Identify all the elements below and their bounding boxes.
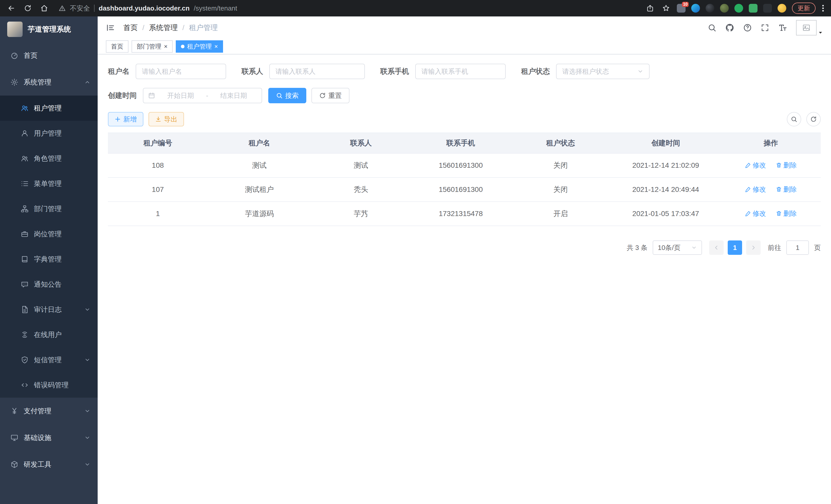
font-size-icon[interactable]: [778, 23, 787, 32]
url-host: dashboard.yudao.iocoder.cn: [99, 4, 190, 12]
fullscreen-icon[interactable]: [761, 23, 769, 32]
sidebar-item-menu[interactable]: 菜单管理: [0, 171, 98, 196]
toggle-search-icon[interactable]: [787, 112, 801, 126]
sidebar-item-user[interactable]: 用户管理: [0, 121, 98, 146]
sidebar-item-audit-log[interactable]: 审计日志: [0, 297, 98, 322]
extension-badge: 10: [682, 2, 689, 7]
next-page-button[interactable]: [746, 240, 761, 255]
page-number-current[interactable]: 1: [728, 240, 742, 255]
sidebar-item-online-users[interactable]: 在线用户: [0, 322, 98, 347]
col-create-time: 创建时间: [610, 133, 721, 153]
signal-icon: [21, 331, 29, 339]
app-title: 芋道管理系统: [28, 24, 71, 34]
col-tenant-name: 租户名: [208, 133, 311, 153]
tenant-name-input[interactable]: [136, 64, 226, 79]
date-start-placeholder: 开始日期: [157, 91, 204, 100]
share-icon[interactable]: [645, 3, 655, 13]
col-contact: 联系人: [311, 133, 411, 153]
sidebar-item-payment[interactable]: 支付管理: [0, 398, 98, 424]
extension-icon-7[interactable]: [763, 4, 772, 12]
tab-label: 租户管理: [187, 42, 212, 51]
reset-button[interactable]: 重置: [311, 88, 349, 103]
cell-tenant-id: 1: [108, 202, 208, 226]
add-button[interactable]: 新增: [108, 112, 143, 126]
table-row: 1 芋道源码 芋艿 17321315478 开启 2021-01-05 17:0…: [108, 202, 821, 226]
screen: 不安全 dashboard.yudao.iocoder.cn /system/t…: [0, 0, 831, 504]
tab-label: 部门管理: [137, 42, 161, 51]
caret-down-icon: [818, 30, 823, 35]
url-separator: [94, 5, 94, 12]
sidebar-item-home[interactable]: 首页: [0, 42, 98, 69]
browser-update-button[interactable]: 更新: [792, 3, 815, 14]
prev-page-button[interactable]: [709, 240, 724, 255]
export-button[interactable]: 导出: [148, 112, 184, 126]
status-select[interactable]: 请选择租户状态: [556, 64, 650, 79]
delete-button[interactable]: 删除: [776, 161, 797, 170]
breadcrumb-item[interactable]: 首页: [123, 23, 138, 33]
contact-input[interactable]: [269, 64, 365, 79]
page-size-select[interactable]: 10条/页: [653, 240, 702, 255]
sidebar-item-tenant[interactable]: 租户管理: [0, 95, 98, 121]
extension-icon-1[interactable]: 10: [677, 4, 686, 12]
sidebar-item-error-code[interactable]: 错误码管理: [0, 373, 98, 398]
delete-button[interactable]: 删除: [776, 185, 797, 194]
sidebar-item-sms[interactable]: 短信管理: [0, 347, 98, 373]
tab-tenant[interactable]: 租户管理 ×: [176, 40, 223, 53]
sidebar-item-notice[interactable]: 通知公告: [0, 272, 98, 297]
sidebar-item-post[interactable]: 岗位管理: [0, 221, 98, 246]
extension-icon-2[interactable]: [691, 4, 700, 12]
cell-create-time: 2021-01-05 17:03:47: [610, 202, 721, 226]
search-icon[interactable]: [708, 23, 716, 32]
browser-back-button[interactable]: [6, 3, 17, 13]
edit-button[interactable]: 修改: [745, 161, 766, 170]
cell-phone: 15601691300: [411, 178, 511, 202]
extension-icon-5[interactable]: [735, 4, 743, 12]
edit-button[interactable]: 修改: [745, 185, 766, 194]
browser-refresh-button[interactable]: [23, 3, 33, 13]
phone-input[interactable]: [415, 64, 506, 79]
breadcrumb-item[interactable]: 系统管理: [149, 23, 178, 33]
sidebar-item-dept[interactable]: 部门管理: [0, 196, 98, 221]
bookmark-star-icon[interactable]: [661, 3, 671, 13]
tab-home[interactable]: 首页: [106, 40, 128, 53]
sidebar-item-dev-tools[interactable]: 研发工具: [0, 451, 98, 478]
sidebar-item-label: 租户管理: [34, 103, 62, 113]
github-icon[interactable]: [725, 23, 735, 32]
sidebar-item-label: 在线用户: [34, 330, 62, 339]
help-icon[interactable]: [743, 23, 752, 32]
sidebar-item-label: 系统管理: [24, 78, 51, 87]
browser-menu-icon[interactable]: [821, 5, 825, 11]
date-range-separator: -: [206, 92, 208, 100]
extension-icon-4[interactable]: [720, 4, 729, 12]
tenant-name-label: 租户名: [108, 66, 130, 76]
app-logo[interactable]: 芋道管理系统: [0, 17, 98, 42]
extension-icon-8[interactable]: [778, 4, 786, 12]
browser-home-button[interactable]: [39, 3, 49, 13]
search-button[interactable]: 搜索: [268, 88, 306, 103]
users-icon: [21, 104, 29, 112]
sidebar-item-infra[interactable]: 基础设施: [0, 424, 98, 451]
goto-page-input[interactable]: [786, 240, 809, 255]
sidebar-item-system[interactable]: 系统管理: [0, 69, 98, 95]
sidebar-toggle-icon[interactable]: [106, 23, 115, 32]
sidebar-item-dict[interactable]: 字典管理: [0, 246, 98, 272]
code-icon: [21, 381, 29, 389]
extension-icon-3[interactable]: [706, 4, 714, 12]
header-actions: [708, 20, 823, 35]
create-time-label: 创建时间: [108, 91, 137, 100]
cell-create-time: 2021-12-14 20:49:44: [610, 178, 721, 202]
refresh-table-icon[interactable]: [806, 112, 821, 126]
edit-button[interactable]: 修改: [745, 209, 766, 218]
close-icon[interactable]: ×: [164, 43, 168, 50]
sidebar-item-role[interactable]: 角色管理: [0, 146, 98, 171]
tenant-table: 租户编号 租户名 联系人 联系手机 租户状态 创建时间 操作 108 测试: [108, 132, 821, 226]
user-avatar[interactable]: [796, 20, 823, 35]
chevron-down-icon: [84, 306, 90, 313]
delete-button[interactable]: 删除: [776, 209, 797, 218]
date-range-picker[interactable]: 开始日期 - 结束日期: [143, 88, 262, 103]
tab-dept[interactable]: 部门管理 ×: [132, 40, 173, 53]
address-bar[interactable]: 不安全 dashboard.yudao.iocoder.cn /system/t…: [59, 4, 636, 13]
security-warning-icon: [59, 5, 66, 12]
close-icon[interactable]: ×: [214, 43, 218, 50]
extension-icon-6[interactable]: [749, 4, 757, 12]
